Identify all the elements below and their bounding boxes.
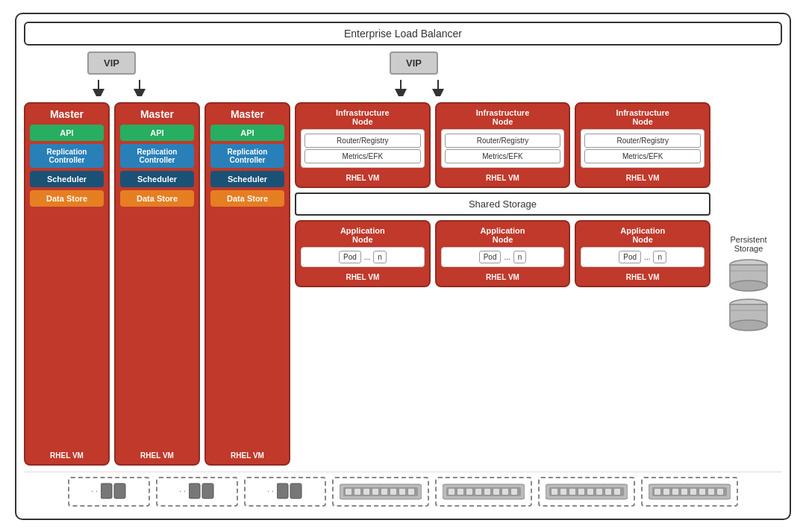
infra-nodes-row: InfrastructureNode Router/Registry Metri… <box>295 102 710 188</box>
master-3-rhel: RHEL VM <box>210 448 284 460</box>
svg-rect-43 <box>578 489 584 495</box>
svg-rect-44 <box>587 489 593 495</box>
master-1-scheduler: Scheduler <box>30 171 104 187</box>
svg-rect-32 <box>466 489 472 495</box>
master-2-datastore: Data Store <box>120 190 194 207</box>
svg-rect-30 <box>449 489 454 495</box>
svg-rect-47 <box>614 489 620 495</box>
app-node-1: ApplicationNode Pod ... n RHEL VM <box>295 220 431 287</box>
svg-rect-50 <box>655 489 660 495</box>
svg-rect-33 <box>475 489 481 495</box>
svg-rect-35 <box>493 489 499 495</box>
svg-rect-57 <box>717 489 723 495</box>
hw-s3-drives <box>277 482 303 501</box>
vip-left-label: VIP <box>104 57 119 69</box>
app-2-ellipsis: ... <box>504 253 510 261</box>
right-section: InfrastructureNode Router/Registry Metri… <box>295 102 710 466</box>
master-2-scheduler: Scheduler <box>120 171 194 187</box>
master-3-datastore: Data Store <box>210 190 284 207</box>
masters-section: Master API ReplicationController Schedul… <box>24 102 290 466</box>
app-3-n: n <box>653 251 666 263</box>
master-node-1: Master API ReplicationController Schedul… <box>24 102 110 466</box>
app-nodes-row: ApplicationNode Pod ... n RHEL VM Applic… <box>295 220 710 287</box>
app-node-3: ApplicationNode Pod ... n RHEL VM <box>575 220 710 287</box>
hw-s2-dots: · · <box>179 487 185 495</box>
svg-rect-53 <box>681 489 687 495</box>
infra-2-inner: Router/Registry Metrics/EFK <box>441 129 565 168</box>
hw-server-2: · · <box>156 477 238 507</box>
vip-right-box: VIP <box>390 51 438 75</box>
master-3-title: Master <box>210 108 284 120</box>
master-1-api: API <box>30 125 104 141</box>
svg-rect-21 <box>354 489 360 495</box>
persistent-storage-title: PersistentStorage <box>731 235 767 253</box>
svg-rect-23 <box>372 489 378 495</box>
hw-switch-2 <box>435 477 532 507</box>
svg-rect-20 <box>346 489 352 495</box>
vip-row: VIP VIP <box>24 51 782 96</box>
app-2-title: ApplicationNode <box>441 226 565 244</box>
main-content-row: Master API ReplicationController Schedul… <box>24 102 782 466</box>
svg-rect-24 <box>381 489 387 495</box>
hw-sw2-svg <box>443 481 525 503</box>
hw-s1-dots: · · <box>91 487 97 495</box>
vip-left-box: VIP <box>87 51 136 75</box>
master-1-title: Master <box>30 108 104 120</box>
infra-3-metrics: Metrics/EFK <box>584 149 701 163</box>
app-3-pods: Pod ... n <box>581 247 705 267</box>
svg-rect-34 <box>484 489 490 495</box>
hw-s3-dots: · · <box>267 487 273 495</box>
infra-1-metrics: Metrics/EFK <box>304 149 421 163</box>
svg-rect-12 <box>101 484 112 498</box>
hw-s2-drives <box>189 482 215 501</box>
master-2-title: Master <box>120 108 194 120</box>
master-2-api: API <box>120 125 194 141</box>
svg-rect-55 <box>699 489 705 495</box>
master-1-datastore: Data Store <box>30 190 104 207</box>
svg-rect-22 <box>363 489 369 495</box>
svg-rect-42 <box>569 489 575 495</box>
infra-1-router: Router/Registry <box>304 134 421 148</box>
svg-rect-54 <box>690 489 696 495</box>
disk-icon-1 <box>726 259 771 292</box>
infra-2-title: InfrastructureNode <box>441 108 565 126</box>
app-1-rhel: RHEL VM <box>301 270 425 281</box>
infra-3-rhel: RHEL VM <box>581 171 705 182</box>
persistent-storage-section: PersistentStorage <box>715 102 782 466</box>
hw-switch-4 <box>641 477 738 507</box>
app-2-pod: Pod <box>479 251 502 263</box>
svg-rect-26 <box>399 489 405 495</box>
app-1-n: n <box>373 251 387 263</box>
master-3-rc: ReplicationController <box>210 144 284 168</box>
svg-rect-14 <box>189 484 200 498</box>
infra-3-inner: Router/Registry Metrics/EFK <box>581 129 705 168</box>
hw-switch-1 <box>332 477 429 507</box>
svg-point-6 <box>730 281 767 291</box>
vip-right-label: VIP <box>406 57 422 69</box>
infra-2-rhel: RHEL VM <box>441 171 565 182</box>
master-node-2: Master API ReplicationController Schedul… <box>114 102 200 466</box>
app-1-title: ApplicationNode <box>301 226 425 244</box>
svg-rect-16 <box>277 484 288 498</box>
svg-rect-51 <box>663 489 669 495</box>
master-3-scheduler: Scheduler <box>210 171 284 187</box>
shared-storage-bar: Shared Storage <box>295 193 710 216</box>
hw-server-1: · · <box>68 477 150 507</box>
svg-rect-41 <box>560 489 566 495</box>
infra-1-title: InfrastructureNode <box>301 108 425 126</box>
app-3-title: ApplicationNode <box>581 226 705 244</box>
svg-rect-17 <box>290 484 302 498</box>
svg-rect-40 <box>552 489 557 495</box>
shared-storage-label: Shared Storage <box>469 198 537 210</box>
infra-3-title: InfrastructureNode <box>581 108 705 126</box>
svg-rect-31 <box>457 489 463 495</box>
svg-rect-37 <box>511 489 517 495</box>
app-2-n: n <box>513 251 527 263</box>
right-content: InfrastructureNode Router/Registry Metri… <box>295 102 782 466</box>
app-3-rhel: RHEL VM <box>581 270 705 281</box>
master-1-rc: ReplicationController <box>30 144 104 168</box>
master-2-rc: ReplicationController <box>120 144 194 168</box>
master-1-rhel: RHEL VM <box>30 448 104 460</box>
hw-switch-3 <box>538 477 635 507</box>
hw-sw4-svg <box>649 481 731 503</box>
